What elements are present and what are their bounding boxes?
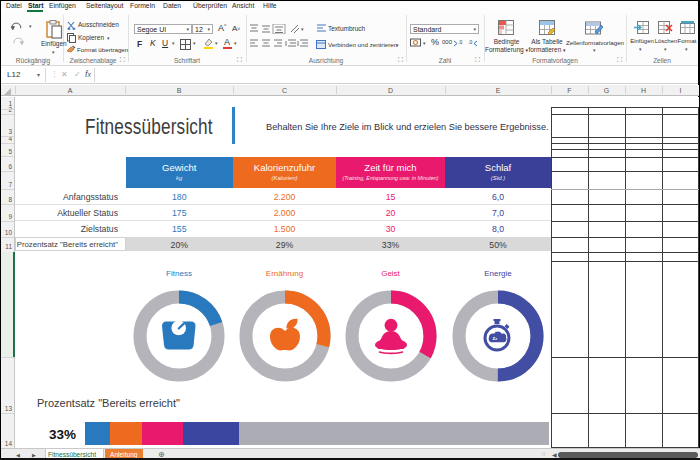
svg-text:zz: zz — [493, 335, 498, 341]
svg-text:.0: .0 — [468, 39, 472, 45]
svg-text:.0: .0 — [458, 39, 462, 45]
